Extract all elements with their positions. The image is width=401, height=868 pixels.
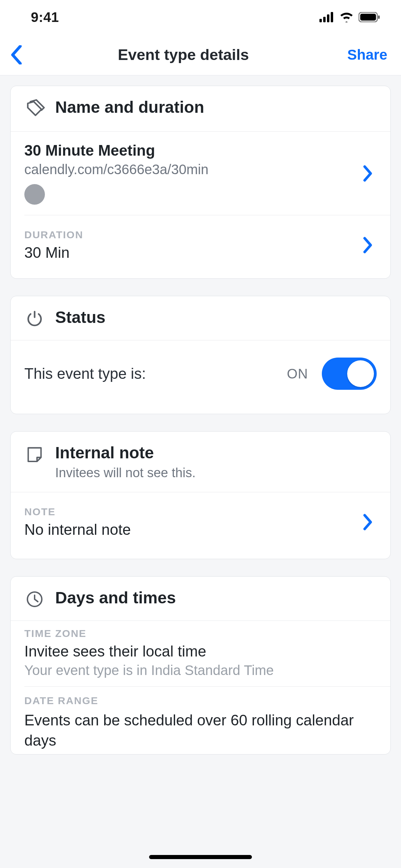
chevron-right-icon [360,165,377,182]
status-state-label: ON [287,366,308,382]
note-value: No internal note [24,521,353,538]
date-range-label: DATE RANGE [24,695,377,707]
row-note[interactable]: NOTE No internal note [11,492,390,559]
back-button[interactable] [7,45,34,64]
cellular-icon [319,12,335,22]
duration-value: 30 Min [24,244,353,261]
card-subtitle-internal-note: Invitees will not see this. [55,466,377,480]
battery-icon [359,12,380,22]
svg-rect-0 [319,19,322,22]
card-days-times: Days and times TIME ZONE Invitee sees th… [10,576,391,755]
card-title-internal-note: Internal note [55,443,377,462]
card-title-name-duration: Name and duration [55,98,377,117]
timezone-value: Invitee sees their local time [24,643,377,660]
page-title: Event type details [34,46,332,64]
row-date-range[interactable]: DATE RANGE Events can be scheduled over … [11,687,390,754]
event-name: 30 Minute Meeting [24,142,353,159]
clock-icon [25,590,44,609]
share-button[interactable]: Share [332,47,387,63]
chevron-right-icon [360,514,377,531]
event-color-dot [24,184,45,205]
svg-rect-1 [323,17,326,22]
timezone-note: Your event type is in India Standard Tim… [24,663,377,678]
power-icon [25,309,44,328]
event-url: calendly.com/c3666e3a/30min [24,162,353,177]
status-prompt: This event type is: [24,365,287,382]
note-icon [25,445,44,464]
chevron-right-icon [360,237,377,254]
status-icons [319,12,380,22]
nav-bar: Event type details Share [0,34,401,75]
row-status-toggle: This event type is: ON [11,340,390,414]
card-header-status: Status [11,296,390,340]
card-header-days-times: Days and times [11,577,390,621]
toggle-knob [347,360,374,387]
timezone-label: TIME ZONE [24,628,377,639]
card-internal-note: Internal note Invitees will not see this… [10,431,391,559]
row-timezone[interactable]: TIME ZONE Invitee sees their local time … [11,621,390,686]
status-bar: 9:41 [0,0,401,34]
home-indicator[interactable] [149,855,252,859]
card-title-days-times: Days and times [55,588,377,607]
svg-rect-6 [378,15,380,19]
svg-rect-5 [360,14,376,21]
card-name-duration: Name and duration 30 Minute Meeting cale… [10,86,391,279]
date-range-value: Events can be scheduled over 60 rolling … [24,710,377,751]
row-duration[interactable]: DURATION 30 Min [11,215,390,278]
chevron-left-icon [10,45,23,64]
note-label: NOTE [24,506,353,518]
card-status: Status This event type is: ON [10,296,391,414]
status-time: 9:41 [31,10,59,25]
card-title-status: Status [55,308,377,327]
card-header-internal-note: Internal note Invitees will not see this… [11,432,390,492]
wifi-icon [339,12,354,22]
svg-rect-2 [327,14,329,22]
duration-label: DURATION [24,229,353,241]
card-header-name-duration: Name and duration [11,86,390,132]
row-event-name[interactable]: 30 Minute Meeting calendly.com/c3666e3a/… [11,132,390,215]
status-toggle[interactable] [322,358,377,390]
content: Name and duration 30 Minute Meeting cale… [0,75,401,755]
svg-rect-3 [331,12,333,22]
tag-icon [24,99,45,120]
